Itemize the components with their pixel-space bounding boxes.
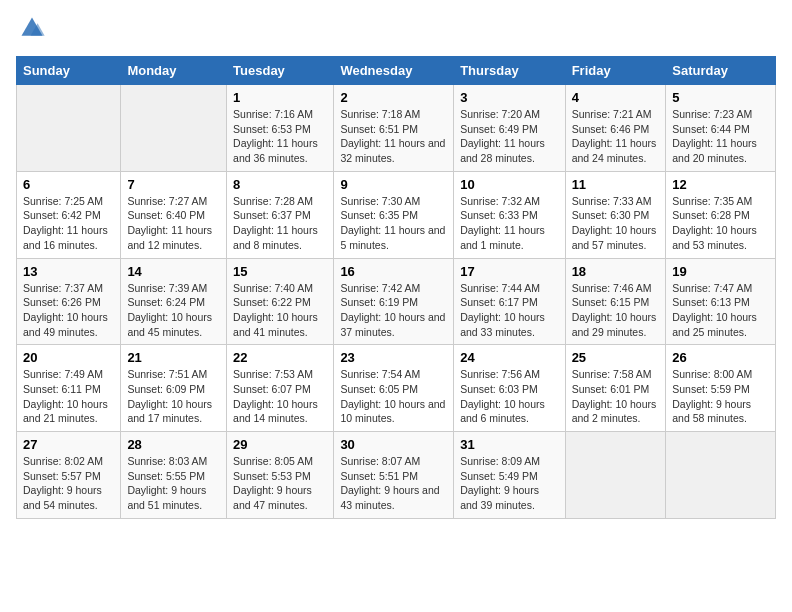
- day-info: Sunrise: 7:23 AM Sunset: 6:44 PM Dayligh…: [672, 107, 769, 166]
- week-row-1: 1Sunrise: 7:16 AM Sunset: 6:53 PM Daylig…: [17, 85, 776, 172]
- page-header: [16, 16, 776, 44]
- day-cell: 30Sunrise: 8:07 AM Sunset: 5:51 PM Dayli…: [334, 432, 454, 519]
- day-info: Sunrise: 7:47 AM Sunset: 6:13 PM Dayligh…: [672, 281, 769, 340]
- day-number: 23: [340, 350, 447, 365]
- day-number: 8: [233, 177, 327, 192]
- day-cell: [17, 85, 121, 172]
- day-info: Sunrise: 7:39 AM Sunset: 6:24 PM Dayligh…: [127, 281, 220, 340]
- day-number: 12: [672, 177, 769, 192]
- day-cell: 8Sunrise: 7:28 AM Sunset: 6:37 PM Daylig…: [227, 171, 334, 258]
- day-number: 15: [233, 264, 327, 279]
- day-cell: 13Sunrise: 7:37 AM Sunset: 6:26 PM Dayli…: [17, 258, 121, 345]
- day-number: 1: [233, 90, 327, 105]
- day-cell: 20Sunrise: 7:49 AM Sunset: 6:11 PM Dayli…: [17, 345, 121, 432]
- day-cell: [666, 432, 776, 519]
- day-number: 10: [460, 177, 558, 192]
- day-info: Sunrise: 8:03 AM Sunset: 5:55 PM Dayligh…: [127, 454, 220, 513]
- day-number: 3: [460, 90, 558, 105]
- day-number: 30: [340, 437, 447, 452]
- day-info: Sunrise: 7:28 AM Sunset: 6:37 PM Dayligh…: [233, 194, 327, 253]
- day-number: 7: [127, 177, 220, 192]
- day-info: Sunrise: 7:25 AM Sunset: 6:42 PM Dayligh…: [23, 194, 114, 253]
- logo: [16, 16, 46, 44]
- week-row-2: 6Sunrise: 7:25 AM Sunset: 6:42 PM Daylig…: [17, 171, 776, 258]
- day-cell: 16Sunrise: 7:42 AM Sunset: 6:19 PM Dayli…: [334, 258, 454, 345]
- logo-icon: [18, 12, 46, 40]
- day-info: Sunrise: 7:21 AM Sunset: 6:46 PM Dayligh…: [572, 107, 660, 166]
- day-cell: 4Sunrise: 7:21 AM Sunset: 6:46 PM Daylig…: [565, 85, 666, 172]
- day-cell: 24Sunrise: 7:56 AM Sunset: 6:03 PM Dayli…: [454, 345, 565, 432]
- day-number: 5: [672, 90, 769, 105]
- calendar-table: SundayMondayTuesdayWednesdayThursdayFrid…: [16, 56, 776, 519]
- week-row-5: 27Sunrise: 8:02 AM Sunset: 5:57 PM Dayli…: [17, 432, 776, 519]
- day-info: Sunrise: 8:00 AM Sunset: 5:59 PM Dayligh…: [672, 367, 769, 426]
- header-cell-wednesday: Wednesday: [334, 57, 454, 85]
- day-cell: 7Sunrise: 7:27 AM Sunset: 6:40 PM Daylig…: [121, 171, 227, 258]
- day-cell: 27Sunrise: 8:02 AM Sunset: 5:57 PM Dayli…: [17, 432, 121, 519]
- day-cell: 21Sunrise: 7:51 AM Sunset: 6:09 PM Dayli…: [121, 345, 227, 432]
- day-cell: [565, 432, 666, 519]
- day-number: 13: [23, 264, 114, 279]
- day-number: 29: [233, 437, 327, 452]
- day-number: 9: [340, 177, 447, 192]
- day-number: 20: [23, 350, 114, 365]
- day-info: Sunrise: 7:18 AM Sunset: 6:51 PM Dayligh…: [340, 107, 447, 166]
- day-info: Sunrise: 7:54 AM Sunset: 6:05 PM Dayligh…: [340, 367, 447, 426]
- day-number: 11: [572, 177, 660, 192]
- day-info: Sunrise: 7:16 AM Sunset: 6:53 PM Dayligh…: [233, 107, 327, 166]
- day-number: 16: [340, 264, 447, 279]
- day-number: 28: [127, 437, 220, 452]
- day-number: 25: [572, 350, 660, 365]
- day-info: Sunrise: 7:35 AM Sunset: 6:28 PM Dayligh…: [672, 194, 769, 253]
- day-info: Sunrise: 7:49 AM Sunset: 6:11 PM Dayligh…: [23, 367, 114, 426]
- day-cell: 15Sunrise: 7:40 AM Sunset: 6:22 PM Dayli…: [227, 258, 334, 345]
- day-info: Sunrise: 7:58 AM Sunset: 6:01 PM Dayligh…: [572, 367, 660, 426]
- day-number: 24: [460, 350, 558, 365]
- day-info: Sunrise: 7:20 AM Sunset: 6:49 PM Dayligh…: [460, 107, 558, 166]
- day-info: Sunrise: 7:56 AM Sunset: 6:03 PM Dayligh…: [460, 367, 558, 426]
- header-cell-saturday: Saturday: [666, 57, 776, 85]
- day-info: Sunrise: 7:53 AM Sunset: 6:07 PM Dayligh…: [233, 367, 327, 426]
- header-cell-thursday: Thursday: [454, 57, 565, 85]
- header-cell-tuesday: Tuesday: [227, 57, 334, 85]
- day-number: 6: [23, 177, 114, 192]
- day-info: Sunrise: 7:51 AM Sunset: 6:09 PM Dayligh…: [127, 367, 220, 426]
- day-number: 31: [460, 437, 558, 452]
- header-row: SundayMondayTuesdayWednesdayThursdayFrid…: [17, 57, 776, 85]
- header-cell-friday: Friday: [565, 57, 666, 85]
- day-number: 27: [23, 437, 114, 452]
- day-cell: 22Sunrise: 7:53 AM Sunset: 6:07 PM Dayli…: [227, 345, 334, 432]
- day-cell: 19Sunrise: 7:47 AM Sunset: 6:13 PM Dayli…: [666, 258, 776, 345]
- day-cell: 10Sunrise: 7:32 AM Sunset: 6:33 PM Dayli…: [454, 171, 565, 258]
- day-cell: 11Sunrise: 7:33 AM Sunset: 6:30 PM Dayli…: [565, 171, 666, 258]
- day-cell: 3Sunrise: 7:20 AM Sunset: 6:49 PM Daylig…: [454, 85, 565, 172]
- day-cell: 5Sunrise: 7:23 AM Sunset: 6:44 PM Daylig…: [666, 85, 776, 172]
- day-info: Sunrise: 7:46 AM Sunset: 6:15 PM Dayligh…: [572, 281, 660, 340]
- day-cell: 2Sunrise: 7:18 AM Sunset: 6:51 PM Daylig…: [334, 85, 454, 172]
- day-info: Sunrise: 7:40 AM Sunset: 6:22 PM Dayligh…: [233, 281, 327, 340]
- day-number: 4: [572, 90, 660, 105]
- day-cell: 14Sunrise: 7:39 AM Sunset: 6:24 PM Dayli…: [121, 258, 227, 345]
- week-row-3: 13Sunrise: 7:37 AM Sunset: 6:26 PM Dayli…: [17, 258, 776, 345]
- day-cell: 25Sunrise: 7:58 AM Sunset: 6:01 PM Dayli…: [565, 345, 666, 432]
- day-cell: 6Sunrise: 7:25 AM Sunset: 6:42 PM Daylig…: [17, 171, 121, 258]
- week-row-4: 20Sunrise: 7:49 AM Sunset: 6:11 PM Dayli…: [17, 345, 776, 432]
- day-info: Sunrise: 7:33 AM Sunset: 6:30 PM Dayligh…: [572, 194, 660, 253]
- day-info: Sunrise: 7:44 AM Sunset: 6:17 PM Dayligh…: [460, 281, 558, 340]
- day-cell: 1Sunrise: 7:16 AM Sunset: 6:53 PM Daylig…: [227, 85, 334, 172]
- day-number: 2: [340, 90, 447, 105]
- day-number: 14: [127, 264, 220, 279]
- day-number: 21: [127, 350, 220, 365]
- day-cell: 9Sunrise: 7:30 AM Sunset: 6:35 PM Daylig…: [334, 171, 454, 258]
- day-info: Sunrise: 7:37 AM Sunset: 6:26 PM Dayligh…: [23, 281, 114, 340]
- day-info: Sunrise: 7:27 AM Sunset: 6:40 PM Dayligh…: [127, 194, 220, 253]
- day-cell: 29Sunrise: 8:05 AM Sunset: 5:53 PM Dayli…: [227, 432, 334, 519]
- day-cell: 17Sunrise: 7:44 AM Sunset: 6:17 PM Dayli…: [454, 258, 565, 345]
- day-cell: 18Sunrise: 7:46 AM Sunset: 6:15 PM Dayli…: [565, 258, 666, 345]
- day-number: 17: [460, 264, 558, 279]
- day-cell: 12Sunrise: 7:35 AM Sunset: 6:28 PM Dayli…: [666, 171, 776, 258]
- day-cell: [121, 85, 227, 172]
- day-number: 18: [572, 264, 660, 279]
- day-cell: 23Sunrise: 7:54 AM Sunset: 6:05 PM Dayli…: [334, 345, 454, 432]
- header-cell-sunday: Sunday: [17, 57, 121, 85]
